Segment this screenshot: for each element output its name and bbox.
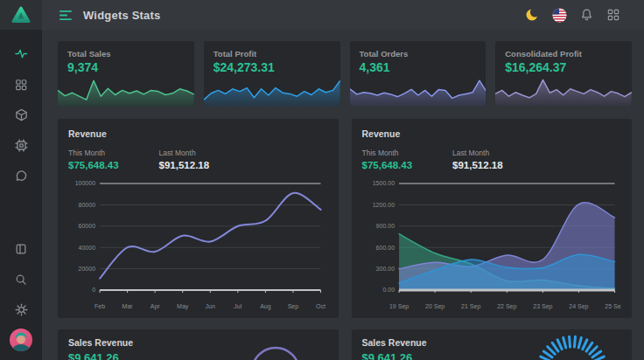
svg-text:24 Sep: 24 Sep xyxy=(569,303,588,310)
user-avatar[interactable] xyxy=(0,325,42,355)
hamburger-icon xyxy=(60,10,73,21)
stat-card-consolidated-profit[interactable]: Consolidated Profit $16,264.37 xyxy=(495,41,632,107)
sidebar-item-activity[interactable] xyxy=(0,38,42,69)
bottom-row: Sales Revenue $9,641.26 Sales Revenue $9… xyxy=(58,329,632,360)
revenue-card-daily: Revenue This Month $75,648.43 Last Month… xyxy=(352,119,633,318)
search-icon xyxy=(15,273,27,286)
metric-value: $91,512.18 xyxy=(159,160,210,170)
metric-last-month: Last Month $91,512.18 xyxy=(159,149,210,170)
theme-toggle-button[interactable] xyxy=(524,7,540,23)
svg-text:20000: 20000 xyxy=(79,266,96,272)
sidebar-item-products[interactable] xyxy=(0,100,42,130)
avatar-image xyxy=(10,329,32,351)
svg-text:25 Sep: 25 Sep xyxy=(605,303,621,310)
cpu-icon xyxy=(15,139,28,152)
page-title: Widgets Stats xyxy=(83,9,160,22)
stat-value: 4,361 xyxy=(360,60,477,74)
activity-icon xyxy=(15,47,28,60)
bell-icon xyxy=(580,8,593,22)
stat-label: Total Sales xyxy=(67,49,185,59)
app-logo[interactable] xyxy=(0,0,42,30)
stat-value: $24,273.31 xyxy=(214,60,331,74)
svg-text:Jun: Jun xyxy=(206,303,215,309)
sidebar-nav xyxy=(0,38,42,191)
stat-label: Consolidated Profit xyxy=(505,49,622,59)
svg-text:Jul: Jul xyxy=(234,303,242,309)
main-area: Widgets Stats xyxy=(42,0,644,360)
svg-text:21 Sep: 21 Sep xyxy=(461,303,480,310)
svg-text:40000: 40000 xyxy=(79,245,96,251)
svg-text:22 Sep: 22 Sep xyxy=(497,303,516,310)
stat-value: $16,264.37 xyxy=(505,60,622,74)
metric-label: Last Month xyxy=(452,149,503,157)
metrics: This Month $75,648.43 Last Month $91,512… xyxy=(362,149,622,170)
metric-label: Last Month xyxy=(159,149,210,157)
apps-grid-icon xyxy=(607,9,620,21)
metric-value: $75,648.43 xyxy=(362,160,413,170)
metric-this-month: This Month $75,648.43 xyxy=(362,149,413,170)
metrics: This Month $75,648.43 Last Month $91,512… xyxy=(68,149,328,170)
sidebar-bottom xyxy=(0,233,42,360)
stat-card-total-profit[interactable]: Total Profit $24,273.31 xyxy=(204,41,340,107)
apps-menu-button[interactable] xyxy=(606,7,621,23)
metric-this-month: This Month $75,648.43 xyxy=(68,149,119,170)
stats-row: Total Sales 9,374 Total Profit $24,273.3… xyxy=(58,41,632,107)
svg-text:Oct: Oct xyxy=(316,303,326,309)
svg-text:19 Sep: 19 Sep xyxy=(388,303,408,310)
charts-row: Revenue This Month $75,648.43 Last Month… xyxy=(58,119,632,318)
svg-text:May: May xyxy=(177,303,189,310)
svg-text:Feb: Feb xyxy=(94,303,105,309)
revenue-card-monthly: Revenue This Month $75,648.43 Last Month… xyxy=(58,119,339,318)
radial-gauge xyxy=(514,329,620,360)
metric-label: This Month xyxy=(68,149,119,157)
app-window: Widgets Stats xyxy=(0,0,644,360)
metric-label: This Month xyxy=(362,149,413,157)
package-icon xyxy=(15,108,28,121)
metric-last-month: Last Month $91,512.18 xyxy=(452,149,503,170)
donut-chart xyxy=(221,329,326,360)
notifications-button[interactable] xyxy=(578,7,594,23)
sidebar-item-settings[interactable] xyxy=(0,294,42,325)
line-chart-monthly[interactable]: 100000800006000040000200000FebMarAprMayJ… xyxy=(68,175,328,316)
metric-value: $75,648.43 xyxy=(68,160,119,170)
sparkline-chart xyxy=(350,77,486,107)
top-header: Widgets Stats xyxy=(42,0,644,30)
sidebar-item-search[interactable] xyxy=(0,264,42,294)
svg-text:100000: 100000 xyxy=(75,181,95,187)
stat-card-total-sales[interactable]: Total Sales 9,374 xyxy=(58,41,194,107)
svg-text:1200.00: 1200.00 xyxy=(372,202,394,208)
sparkline-chart xyxy=(495,77,632,107)
svg-text:80000: 80000 xyxy=(79,202,96,208)
svg-text:900.00: 900.00 xyxy=(375,223,395,229)
sidebar-item-messages[interactable] xyxy=(0,161,42,191)
sidebar-item-layout[interactable] xyxy=(0,233,42,264)
svg-text:23 Sep: 23 Sep xyxy=(533,303,552,310)
sidebar-item-system[interactable] xyxy=(0,130,42,161)
sidebar xyxy=(0,0,42,360)
svg-text:300.00: 300.00 xyxy=(375,266,395,272)
gear-icon xyxy=(15,303,28,316)
content-area: Total Sales 9,374 Total Profit $24,273.3… xyxy=(42,30,644,360)
svg-text:0.00: 0.00 xyxy=(382,287,395,294)
svg-text:600.00: 600.00 xyxy=(375,245,395,251)
svg-text:0: 0 xyxy=(92,287,95,294)
svg-text:Sep: Sep xyxy=(288,303,299,310)
svg-text:60000: 60000 xyxy=(79,223,96,229)
svg-text:Mar: Mar xyxy=(122,303,134,309)
dashboard-grid-icon xyxy=(15,79,27,91)
svg-text:Aug: Aug xyxy=(260,303,271,310)
language-flag-button[interactable] xyxy=(551,7,567,23)
area-chart-daily[interactable]: 1500.001200.00900.00600.00300.000.0019 S… xyxy=(362,175,622,316)
us-flag-icon xyxy=(552,8,567,23)
metric-value: $91,512.18 xyxy=(452,160,503,170)
stat-card-total-orders[interactable]: Total Orders 4,361 xyxy=(350,41,486,107)
stat-label: Total Profit xyxy=(214,49,331,59)
stat-label: Total Orders xyxy=(360,49,477,59)
svg-text:1500.00: 1500.00 xyxy=(372,181,394,187)
menu-toggle-button[interactable] xyxy=(60,10,73,21)
sidebar-item-dashboard[interactable] xyxy=(0,69,42,100)
sparkline-chart xyxy=(204,77,340,107)
card-title: Revenue xyxy=(68,128,328,139)
svg-text:20 Sep: 20 Sep xyxy=(425,303,444,310)
sales-revenue-card-left: Sales Revenue $9,641.26 xyxy=(58,329,339,360)
